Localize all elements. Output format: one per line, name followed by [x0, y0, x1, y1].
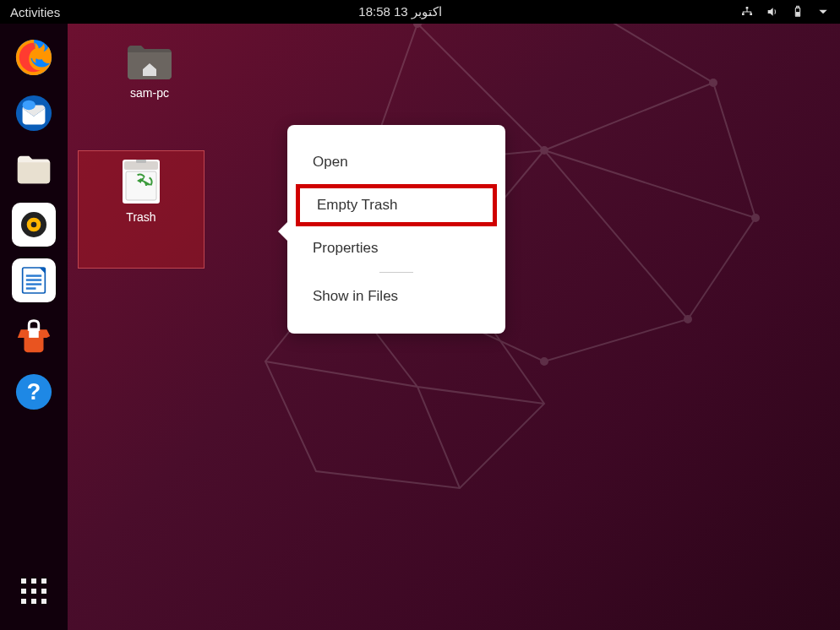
- show-applications-button[interactable]: [12, 569, 56, 613]
- svg-point-11: [31, 222, 37, 228]
- trash-icon: [123, 160, 160, 204]
- context-open[interactable]: Open: [287, 144, 505, 181]
- svg-rect-0: [746, 7, 749, 9]
- svg-point-22: [710, 79, 717, 86]
- svg-rect-4: [797, 6, 799, 8]
- context-separator: [379, 272, 413, 273]
- dock: ?: [0, 24, 68, 630]
- context-show-in-files[interactable]: Show in Files: [287, 278, 505, 315]
- dock-firefox[interactable]: [12, 35, 56, 79]
- context-menu: Open Empty Trash Properties Show in File…: [287, 125, 505, 334]
- svg-point-24: [685, 316, 691, 323]
- context-empty-trash[interactable]: Empty Trash: [296, 184, 497, 226]
- svg-rect-16: [26, 287, 36, 290]
- volume-icon[interactable]: [766, 5, 779, 19]
- dock-libreoffice-writer[interactable]: [12, 258, 56, 302]
- svg-rect-15: [26, 283, 41, 285]
- context-properties[interactable]: Properties: [287, 230, 505, 267]
- battery-icon[interactable]: [791, 5, 805, 19]
- svg-rect-1: [742, 13, 745, 15]
- svg-text:?: ?: [27, 379, 41, 405]
- activities-button[interactable]: Activities: [10, 5, 60, 19]
- dock-help[interactable]: ?: [12, 370, 56, 414]
- top-bar: Activities اكتوبر 13 18:58: [0, 0, 840, 24]
- dock-ubuntu-software[interactable]: [12, 314, 56, 358]
- desktop-icon-home[interactable]: sam-pc: [112, 41, 188, 100]
- desktop-icon-trash-selected[interactable]: Trash: [78, 150, 205, 269]
- svg-point-28: [541, 147, 548, 154]
- svg-rect-30: [136, 160, 146, 163]
- system-menu-chevron-icon[interactable]: [816, 5, 830, 19]
- svg-rect-31: [126, 171, 156, 200]
- dock-thunderbird[interactable]: [12, 91, 56, 135]
- svg-rect-14: [26, 279, 41, 281]
- svg-point-23: [752, 215, 759, 221]
- desktop-icon-label: Trash: [79, 210, 204, 224]
- desktop-icon-trash[interactable]: Trash: [79, 151, 204, 224]
- network-icon[interactable]: [740, 5, 754, 19]
- svg-point-8: [23, 100, 35, 111]
- svg-rect-2: [750, 13, 752, 15]
- svg-rect-13: [26, 274, 41, 277]
- dock-files[interactable]: [12, 147, 56, 191]
- folder-home-icon: [126, 41, 173, 81]
- dock-rhythmbox[interactable]: [12, 203, 56, 247]
- datetime-label[interactable]: اكتوبر 13 18:58: [60, 4, 740, 19]
- desktop-icon-label: sam-pc: [112, 86, 188, 100]
- svg-rect-5: [796, 13, 799, 16]
- svg-point-20: [414, 24, 421, 27]
- desktop[interactable]: sam-pc Trash Open Empty Trash Properties…: [68, 24, 840, 630]
- svg-point-25: [541, 358, 548, 365]
- svg-rect-17: [29, 328, 39, 338]
